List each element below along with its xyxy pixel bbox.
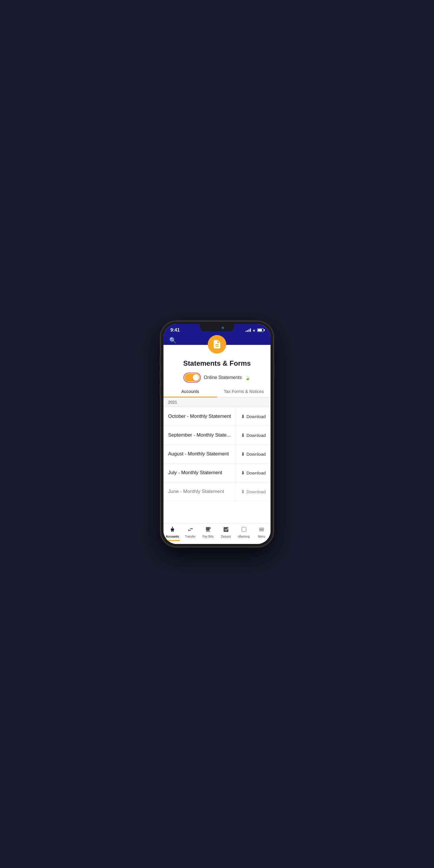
nav-menu[interactable]: Menu: [253, 525, 271, 539]
statement-row-jul[interactable]: July - Monthly Statement ⬇ Download: [163, 464, 271, 482]
download-arrow-icon: ⬇: [241, 414, 245, 419]
battery-icon: [257, 329, 264, 332]
download-arrow-icon-jun: ⬇: [241, 489, 245, 494]
menu-icon: [258, 526, 265, 534]
statement-name-jul: July - Monthly Statement: [163, 464, 236, 482]
notch: [199, 324, 235, 331]
nav-transfer[interactable]: Transfer: [181, 525, 199, 539]
nav-accounts-label: Accounts: [166, 535, 179, 538]
download-arrow-icon-aug: ⬇: [241, 452, 245, 457]
download-label-aug: Download: [247, 452, 266, 457]
toggle-area: Online Statements 🍃: [163, 371, 271, 385]
signal-icon: [246, 329, 251, 332]
download-btn-jul[interactable]: ⬇ Download: [236, 464, 271, 482]
transfer-icon: [187, 526, 193, 534]
tab-accounts[interactable]: Accounts: [163, 385, 217, 397]
download-btn-aug[interactable]: ⬇ Download: [236, 445, 271, 463]
statement-name-sep: September - Monthly State...: [163, 426, 236, 444]
statement-name-jun: June - Monthly Statement: [163, 482, 236, 501]
leaf-icon: 🍃: [245, 375, 251, 380]
search-icon[interactable]: 🔍: [169, 337, 177, 344]
camera-dot: [222, 327, 224, 329]
status-time: 9:41: [170, 328, 180, 333]
document-icon: [212, 339, 222, 349]
download-label-jul: Download: [247, 470, 266, 475]
page-icon-wrapper: [208, 335, 226, 353]
statement-row-sep[interactable]: September - Monthly State... ⬇ Download: [163, 426, 271, 445]
statement-row-aug[interactable]: August - Monthly Statement ⬇ Download: [163, 445, 271, 464]
nav-accounts[interactable]: Accounts: [163, 525, 181, 539]
content-area: Statements & Forms Online Statements 🍃 A…: [163, 345, 271, 523]
download-btn-oct[interactable]: ⬇ Download: [236, 407, 271, 426]
nav-paybills-label: Pay Bills: [203, 535, 214, 538]
download-label-jun: Download: [247, 489, 266, 494]
nav-menu-label: Menu: [258, 535, 265, 538]
year-header: 2021: [163, 398, 271, 407]
nav-paybills[interactable]: Pay Bills: [199, 525, 217, 539]
statement-row-oct[interactable]: October - Monthly Statement ⬇ Download: [163, 407, 271, 426]
bottom-nav: Accounts Transfer Pay Bills Deposit: [163, 523, 271, 544]
download-btn-jun[interactable]: ⬇ Download: [236, 483, 271, 501]
wifi-icon: ▲: [252, 328, 256, 332]
toggle-knob: [193, 374, 199, 381]
tabs-container: Accounts Tax Forms & Notices: [163, 385, 271, 398]
phone-screen: 9:41 ▲ 🔍: [163, 324, 271, 544]
nav-deposit[interactable]: Deposit: [217, 525, 235, 539]
vbanking-icon: [241, 526, 247, 534]
statement-row-jun[interactable]: June - Monthly Statement ⬇ Download: [163, 482, 271, 501]
toggle-track: [185, 374, 199, 381]
toggle-label: Online Statements: [204, 375, 242, 380]
phone-frame: 9:41 ▲ 🔍: [161, 321, 273, 547]
download-label-sep: Download: [247, 433, 266, 438]
statement-name-oct: October - Monthly Statement: [163, 407, 236, 426]
paybills-icon: [205, 526, 211, 534]
accounts-icon: [169, 526, 176, 534]
download-arrow-icon-sep: ⬇: [241, 433, 245, 438]
statement-name-aug: August - Monthly Statement: [163, 445, 236, 463]
app-header: 🔍: [163, 335, 271, 345]
nav-vbanking-label: vBanking: [238, 535, 250, 538]
nav-deposit-label: Deposit: [221, 535, 231, 538]
nav-vbanking[interactable]: vBanking: [235, 525, 253, 539]
online-statements-toggle[interactable]: [183, 373, 201, 382]
nav-transfer-label: Transfer: [185, 535, 195, 538]
status-icons: ▲: [246, 328, 264, 332]
page-title: Statements & Forms: [163, 357, 271, 371]
deposit-icon: [223, 526, 229, 534]
download-label-oct: Download: [247, 414, 266, 419]
tab-tax-forms[interactable]: Tax Forms & Notices: [217, 385, 271, 397]
download-btn-sep[interactable]: ⬇ Download: [236, 426, 271, 444]
download-arrow-icon-jul: ⬇: [241, 470, 245, 476]
